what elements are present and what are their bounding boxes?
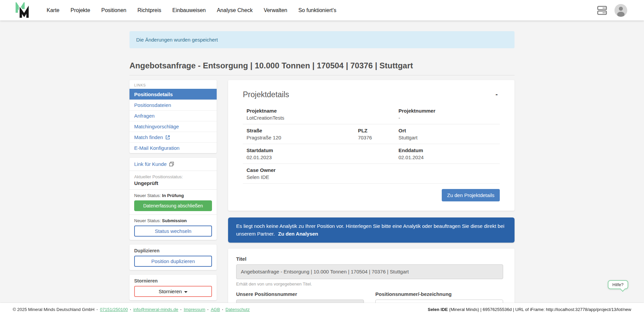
customer-link[interactable]: Link für Kunde bbox=[134, 161, 174, 167]
saved-alert: Die Änderungen wurden gespeichert bbox=[129, 31, 515, 48]
server-stack-icon[interactable] bbox=[596, 5, 608, 16]
main-navigation: Karte Projekte Positionen Richtpreis Ein… bbox=[47, 7, 336, 13]
customer-link-label: Link für Kunde bbox=[134, 161, 167, 167]
footer-agb-link[interactable]: AGB bbox=[211, 307, 220, 312]
footer-impressum-link[interactable]: Impressum bbox=[184, 307, 205, 312]
field-value: 02.01.2023 bbox=[247, 154, 398, 160]
titel-input[interactable] bbox=[236, 264, 503, 279]
links-header: LINKS bbox=[129, 80, 217, 89]
footer: © 2025 Mineral Minds Deutschland GmbH 07… bbox=[0, 303, 644, 316]
project-details-title: Projektdetails bbox=[243, 90, 289, 99]
help-button[interactable]: Hilfe? bbox=[608, 280, 628, 289]
field-label: Enddatum bbox=[398, 147, 500, 153]
table-row: StraßePragstraße 120 PLZ70376 OrtStuttga… bbox=[243, 124, 500, 144]
nav-item-verwalten[interactable]: Verwalten bbox=[264, 7, 287, 13]
session-details: (Mineral Minds) | 69576255536d | URL of … bbox=[448, 307, 631, 312]
field-label: Projektname bbox=[247, 108, 398, 114]
complete-data-entry-button[interactable]: Datenerfassung abschließen bbox=[134, 200, 212, 211]
titel-label: Titel bbox=[236, 256, 503, 262]
avatar-icon bbox=[614, 4, 627, 17]
footer-left: © 2025 Mineral Minds Deutschland GmbH 07… bbox=[13, 307, 250, 312]
next-status-1: Neuer Status: In Prüfung bbox=[134, 193, 212, 198]
sidebar-item-match-finden[interactable]: Match finden bbox=[129, 132, 217, 142]
field-value: 02.01.2024 bbox=[398, 154, 500, 160]
sidebar-item-matchingvorschlaege[interactable]: Matchingvorschläge bbox=[129, 121, 217, 132]
titel-helper: Erhält den von uns vorgegebenen Titel. bbox=[236, 281, 503, 287]
field-label: PLZ bbox=[358, 128, 398, 133]
nav-item-projekte[interactable]: Projekte bbox=[70, 7, 90, 13]
table-row: ProjektnameLotCreationTests Projektnumme… bbox=[243, 105, 500, 124]
duplicate-card: Duplizieren Position duplizieren bbox=[129, 245, 217, 270]
logo-icon bbox=[14, 2, 32, 18]
sidebar-links-card: LINKS Positionsdetails Positionsdateien … bbox=[129, 80, 217, 153]
position-number-label: Positionsnummer/-bezeichnung bbox=[375, 291, 503, 297]
sidebar-item-anfragen[interactable]: Anfragen bbox=[129, 110, 217, 121]
top-navbar: Karte Projekte Positionen Richtpreis Ein… bbox=[0, 0, 644, 20]
duplicate-header: Duplizieren bbox=[134, 248, 212, 253]
field-value: LotCreationTests bbox=[247, 115, 398, 121]
nav-item-analyse-check[interactable]: Analyse Check bbox=[217, 7, 253, 13]
cancel-card: Stornieren Stornieren bbox=[129, 275, 217, 300]
table-row: Startdatum02.01.2023 Enddatum02.01.2024 bbox=[243, 144, 500, 164]
project-details-card: Projektdetails - ProjektnameLotCreationT… bbox=[228, 80, 515, 211]
sidebar-item-email-konfiguration[interactable]: E-Mail Konfiguration bbox=[129, 142, 217, 153]
page-title: Angebotsanfrage - Entsorgung | 10.000 To… bbox=[129, 61, 515, 75]
field-value: Selen IDE bbox=[247, 174, 500, 180]
nav-item-einbauweisen[interactable]: Einbauweisen bbox=[172, 7, 206, 13]
nav-item-karte[interactable]: Karte bbox=[47, 7, 59, 13]
go-to-analyses-link[interactable]: Zu den Analysen bbox=[278, 231, 318, 237]
footer-email-link[interactable]: info@mineral-minds.de bbox=[133, 307, 178, 312]
field-label: Straße bbox=[247, 128, 358, 133]
copyright-text: © 2025 Mineral Minds Deutschland GmbH bbox=[13, 307, 95, 312]
table-row: Case OwnerSelen IDE bbox=[243, 164, 500, 183]
user-avatar[interactable] bbox=[614, 4, 627, 17]
footer-datenschutz-link[interactable]: Datenschutz bbox=[225, 307, 250, 312]
navbar-right-actions bbox=[596, 4, 627, 17]
main-content: Projektdetails - ProjektnameLotCreationT… bbox=[228, 80, 515, 316]
next-status-2: Neuer Status: Submission bbox=[134, 218, 212, 223]
nav-item-richtpreis[interactable]: Richtpreis bbox=[138, 7, 161, 13]
project-fields-table: ProjektnameLotCreationTests Projektnumme… bbox=[243, 105, 500, 205]
next-status-2-value: Submission bbox=[162, 218, 187, 223]
sidebar: LINKS Positionsdetails Positionsdateien … bbox=[129, 80, 217, 305]
mineral-minds-logo[interactable] bbox=[14, 2, 32, 18]
duplicate-position-button[interactable]: Position duplizieren bbox=[134, 256, 212, 267]
analytics-banner: Es liegt noch keine Analytik zu Ihrer Po… bbox=[228, 217, 515, 243]
field-label: Ort bbox=[398, 128, 500, 133]
current-status-value: Ungeprüft bbox=[134, 180, 212, 186]
collapse-button[interactable]: - bbox=[493, 90, 500, 98]
next-status-1-value: In Prüfung bbox=[162, 193, 184, 198]
session-user: Selen IDE bbox=[428, 307, 448, 312]
cancel-dropdown-button[interactable]: Stornieren bbox=[134, 286, 212, 297]
field-value: Stuttgart bbox=[398, 135, 500, 140]
footer-session-info: Selen IDE (Mineral Minds) | 69576255536d… bbox=[428, 307, 631, 312]
caret-down-icon bbox=[184, 291, 187, 293]
field-value: - bbox=[398, 115, 500, 121]
switch-status-button[interactable]: Status wechseln bbox=[134, 226, 212, 237]
field-label: Startdatum bbox=[247, 147, 398, 153]
analytics-banner-text: Es liegt noch keine Analytik zu Ihrer Po… bbox=[236, 223, 504, 237]
go-to-project-details-button[interactable]: Zu den Projektdetails bbox=[442, 189, 500, 201]
field-value: Pragstraße 120 bbox=[247, 135, 358, 140]
external-link-icon bbox=[165, 135, 170, 140]
next-status-1-prefix: Neuer Status: bbox=[134, 193, 162, 198]
sidebar-item-positionsdateien[interactable]: Positionsdateien bbox=[129, 100, 217, 110]
match-finden-label: Match finden bbox=[134, 134, 163, 140]
status-card: Link für Kunde Aktueller Positionsstatus… bbox=[129, 158, 217, 240]
cancel-header: Stornieren bbox=[134, 278, 212, 283]
field-label: Projektnummer bbox=[398, 108, 500, 114]
copy-icon bbox=[169, 162, 174, 167]
saved-alert-text: Die Änderungen wurden gespeichert bbox=[136, 37, 218, 43]
field-value: 70376 bbox=[358, 135, 398, 140]
page-container: Die Änderungen wurden gespeichert Angebo… bbox=[129, 31, 515, 316]
footer-phone-link[interactable]: 07151/250100 bbox=[100, 307, 128, 312]
our-position-number-label: Unsere Positionsnummer bbox=[236, 291, 364, 297]
field-label: Case Owner bbox=[247, 167, 500, 173]
nav-item-so-funktionierts[interactable]: So funktioniert's bbox=[298, 7, 336, 13]
cancel-button-label: Stornieren bbox=[159, 289, 182, 294]
sidebar-item-positionsdetails[interactable]: Positionsdetails bbox=[129, 89, 217, 100]
nav-item-positionen[interactable]: Positionen bbox=[101, 7, 126, 13]
next-status-2-prefix: Neuer Status: bbox=[134, 218, 162, 223]
current-status-label: Aktueller Positionsstatus: bbox=[134, 174, 212, 179]
